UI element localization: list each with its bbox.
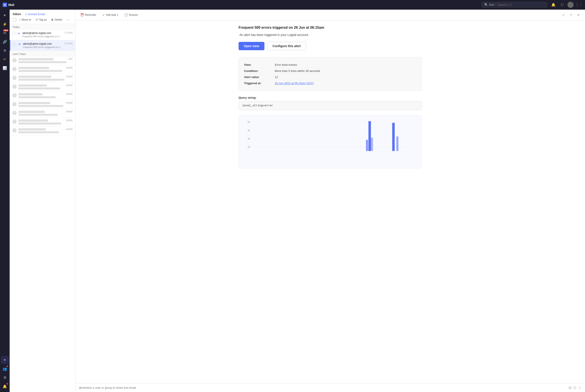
add-task-button[interactable]: ✓ Add task ▾	[101, 12, 120, 17]
email-body-intro: An alert has been triggered in your Logt…	[238, 33, 422, 36]
chart-bar	[368, 121, 371, 151]
red-dot-badge-2	[6, 383, 8, 384]
chart-bar	[392, 123, 395, 151]
reminder-icon: ⏰	[80, 13, 84, 17]
chart-icon[interactable]: 📊	[1, 64, 9, 72]
blur-content	[18, 84, 64, 90]
search-input[interactable]	[498, 3, 544, 6]
checklist-icon[interactable]: ☑	[573, 386, 576, 390]
connections-icon[interactable]: ⬡	[559, 1, 566, 8]
search-context: Mail	[489, 3, 494, 6]
blur-content	[18, 93, 64, 98]
app-icon: M	[3, 3, 7, 7]
list-item[interactable]	[10, 126, 75, 135]
users-icon[interactable]: 👥	[1, 365, 9, 373]
expand-icon[interactable]: ⤢	[560, 12, 566, 18]
blur-time	[66, 76, 72, 78]
blur-line	[18, 79, 64, 81]
info-view-row: View: Error level entries	[244, 62, 416, 68]
grid-icon[interactable]: ⋮⋮	[575, 1, 582, 8]
list-item[interactable]	[10, 65, 75, 74]
delete-button[interactable]: 🗑 Delete	[50, 18, 64, 22]
close-icon[interactable]: ✕	[575, 12, 582, 18]
email-sender-2: alerts@alerts.logtail.com	[23, 42, 63, 46]
blur-line	[18, 70, 62, 72]
marker-icon[interactable]: ✏	[1, 55, 9, 63]
configure-alert-button[interactable]: Configure this alert	[267, 42, 306, 50]
triggered-at-link[interactable]: 26 Jun 2022 at 06:15am CEST	[275, 82, 314, 85]
blur-avatar	[12, 120, 17, 124]
external-link-icon[interactable]: ↗	[568, 12, 574, 18]
email-preview: Frequent 500 errors triggered on 26 Jun …	[22, 35, 63, 38]
blur-avatar	[12, 128, 17, 133]
reminder-button[interactable]: ⏰ Reminder	[79, 12, 98, 17]
email-item[interactable]: ✉ alerts@alerts.logtail.com Frequent 500…	[10, 30, 75, 40]
email-checkbox[interactable]	[13, 43, 16, 46]
alert-value-label: Alert value:	[244, 76, 275, 79]
blur-content	[18, 111, 64, 116]
condition-label: Condition:	[244, 69, 275, 72]
list-item[interactable]	[10, 83, 75, 92]
email-item[interactable]: ✉ alerts@alerts.logtail.com Frequent 500…	[10, 40, 75, 51]
monitor-icon[interactable]: 🖥	[1, 374, 9, 382]
info-alert-value-row: Alert value: 12	[244, 74, 416, 80]
tag-as-button[interactable]: 🏷 Tag as	[34, 18, 48, 22]
more-button[interactable]: ⋯	[65, 18, 70, 22]
blur-line	[18, 122, 61, 124]
blur-content	[18, 67, 64, 72]
comment-input[interactable]	[79, 386, 567, 389]
heart-icon[interactable]: ♥	[1, 12, 9, 19]
chart-container: 50 40 30 20	[238, 115, 422, 168]
move-icon: □	[19, 18, 21, 21]
alert-value: 12	[275, 76, 278, 79]
chart-bar	[371, 138, 373, 151]
blur-line	[18, 76, 51, 78]
email-info-section: View: Error level entries Condition: Mor…	[238, 57, 422, 91]
avatar[interactable]	[568, 2, 574, 8]
list-item[interactable]	[10, 74, 75, 83]
email-detail-content: Frequent 500 errors triggered on 26 Jun …	[76, 20, 585, 383]
chart-y-label: 40	[248, 129, 250, 132]
search-bar[interactable]: 🔍 Mail ▾	[482, 2, 547, 8]
select-all-checkbox[interactable]	[13, 18, 16, 22]
list-item[interactable]	[10, 100, 75, 109]
blur-content	[18, 76, 64, 81]
chart-svg: 50 40 30 20	[248, 120, 413, 157]
email-subject: Frequent 500 errors triggered on 26 Jun …	[238, 26, 422, 30]
format-icon[interactable]: ⊞	[568, 386, 572, 390]
emoji-icon[interactable]: ☺	[578, 386, 582, 390]
snooze-button[interactable]: 🕐 Snooze	[123, 12, 139, 17]
chevron-icon: ▾	[117, 14, 118, 16]
search-context-chevron: ▾	[495, 4, 496, 6]
blur-avatar	[12, 93, 17, 98]
list-item[interactable]	[10, 56, 75, 65]
email-sender: alerts@alerts.logtail.com	[22, 32, 63, 35]
info-condition-row: Condition: More than 5 lines within 30 s…	[244, 68, 416, 74]
blur-time	[66, 120, 72, 121]
move-to-button[interactable]: □ Move to	[18, 18, 32, 22]
link-icon[interactable]: 🔗	[1, 38, 9, 46]
settings-icon[interactable]: ⚙	[1, 46, 9, 54]
list-item[interactable]	[10, 118, 75, 126]
email-time-2: 5:16 AM	[64, 42, 72, 45]
far-sidebar: ♥ ⚡ ✉ NEW 🔗 ⚙ ✏ 📊 + 👥 🖥 🔔	[0, 10, 10, 392]
add-icon[interactable]: +	[1, 356, 9, 364]
check-icon: ✓	[102, 13, 105, 17]
blur-line	[18, 67, 49, 69]
lightning-icon[interactable]: ⚡	[1, 20, 9, 28]
open-view-button[interactable]: Open view	[238, 42, 264, 50]
blur-avatar	[12, 111, 17, 115]
email-checkbox[interactable]	[12, 32, 15, 35]
triggered-at-value: 26 Jun 2022 at 06:15am CEST	[275, 82, 314, 85]
unread-count: 1 Unread Email	[25, 12, 45, 16]
section-last7days: Last 7 days	[10, 51, 75, 56]
list-item[interactable]	[10, 92, 75, 100]
email-list-panel: Inbox · 1 Unread Email □ Move to 🏷 Tag a…	[10, 10, 76, 392]
list-item[interactable]	[10, 109, 75, 118]
main-layout: ♥ ⚡ ✉ NEW 🔗 ⚙ ✏ 📊 + 👥 🖥 🔔 Inbox · 1 Unre…	[0, 10, 585, 392]
alert-icon[interactable]: 🔔	[1, 382, 9, 390]
mail-sidebar-icon[interactable]: ✉ NEW	[1, 29, 9, 37]
notifications-icon[interactable]: 🔔	[550, 1, 557, 8]
info-triggered-row: Triggered at: 26 Jun 2022 at 06:15am CES…	[244, 80, 416, 86]
blur-time	[66, 93, 72, 95]
